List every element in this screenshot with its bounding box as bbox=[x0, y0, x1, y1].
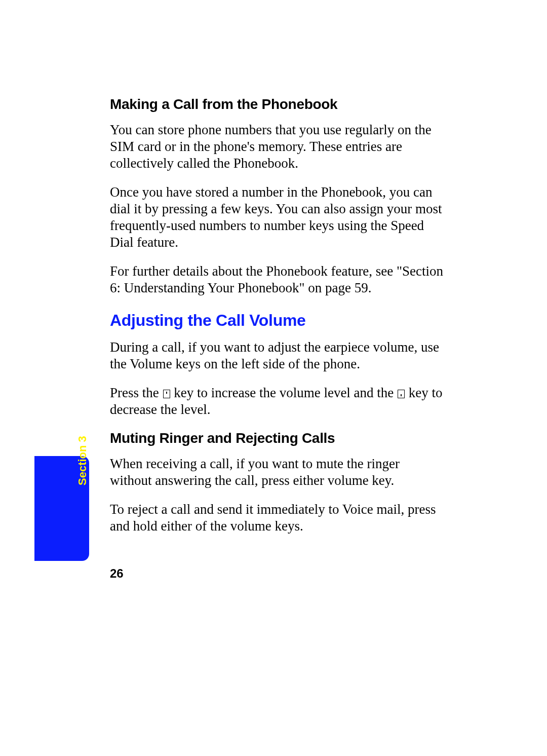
para-phonebook-dial: Once you have stored a number in the Pho… bbox=[110, 184, 444, 251]
content-column: Making a Call from the Phonebook You can… bbox=[110, 96, 444, 547]
volume-down-key-icon bbox=[398, 390, 405, 398]
page-number: 26 bbox=[110, 566, 124, 581]
heading-call-volume: Adjusting the Call Volume bbox=[110, 311, 444, 330]
para-mute-ringer: When receiving a call, if you want to mu… bbox=[110, 456, 444, 489]
para-volume-intro: During a call, if you want to adjust the… bbox=[110, 339, 444, 372]
volume-up-key-icon bbox=[163, 390, 170, 398]
text-pre: Press the bbox=[110, 385, 163, 400]
section-tab-label: Section 3 bbox=[76, 436, 89, 485]
para-phonebook-ref: For further details about the Phonebook … bbox=[110, 263, 444, 296]
para-phonebook-intro: You can store phone numbers that you use… bbox=[110, 122, 444, 172]
para-volume-keys: Press the key to increase the volume lev… bbox=[110, 385, 444, 418]
text-mid: key to increase the volume level and the bbox=[171, 385, 398, 400]
heading-muting: Muting Ringer and Rejecting Calls bbox=[110, 430, 444, 446]
heading-phonebook: Making a Call from the Phonebook bbox=[110, 96, 444, 112]
para-reject-call: To reject a call and send it immediately… bbox=[110, 501, 444, 535]
page: Making a Call from the Phonebook You can… bbox=[0, 0, 547, 756]
